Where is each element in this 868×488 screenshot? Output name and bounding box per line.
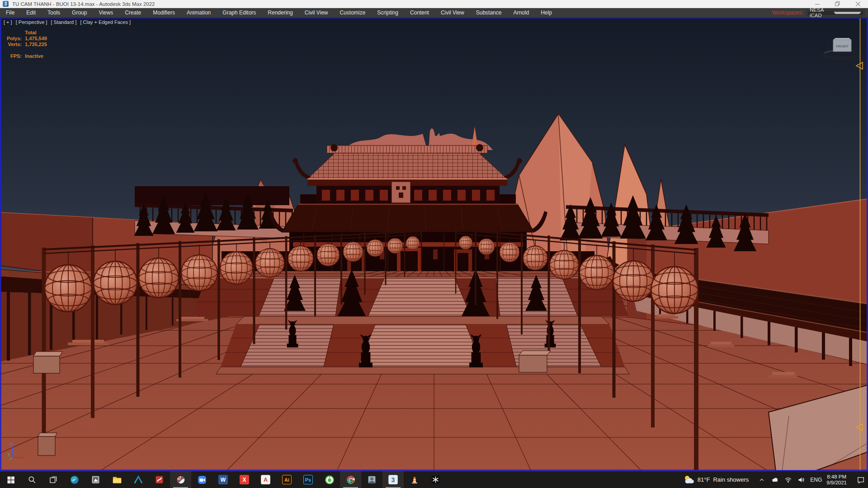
viewport-canvas[interactable]: FRONT z y x [0, 17, 868, 471]
menu-bar: File Edit Tools Group Views Create Modif… [0, 8, 868, 17]
stats-polys-label: Polys: [5, 36, 22, 42]
weather-icon [683, 474, 694, 485]
menu-tools[interactable]: Tools [42, 8, 66, 17]
onedrive-cloud-icon[interactable] [770, 476, 779, 484]
zoom-icon [197, 475, 207, 485]
autocad-icon: A [261, 475, 270, 484]
weather-temperature: 81°F [698, 476, 710, 483]
volume-icon[interactable] [797, 476, 806, 484]
title-bar: 3 TU CAM THANH - BUOI 13-14.max - Autode… [0, 0, 868, 8]
x-app-icon: X [240, 475, 249, 484]
vlc-icon [410, 475, 420, 485]
render-wheel-icon [176, 475, 186, 485]
edge-icon [70, 475, 80, 485]
render-wheel-app-button[interactable] [170, 471, 191, 488]
menu-arnold[interactable]: Arnold [507, 8, 535, 17]
temple-platform-stairs [192, 269, 629, 374]
starburst-app-button[interactable] [425, 471, 446, 488]
3ds-max-button[interactable]: 3 [382, 471, 404, 488]
viewport[interactable]: FRONT z y x [ + ] [ Perspective ] [0, 17, 868, 471]
coccoc-browser-button[interactable] [319, 471, 340, 488]
taskbar-search-button[interactable] [21, 471, 42, 488]
start-button[interactable] [0, 471, 21, 488]
file-explorer-icon [112, 475, 122, 485]
taskbar-clock[interactable]: 8:48 PM 9/9/2021 [826, 474, 847, 486]
windows-taskbar: W X A Ai Ps 3 [0, 471, 868, 488]
chevron-down-icon [834, 12, 861, 14]
task-view-button[interactable] [42, 471, 64, 488]
wifi-icon[interactable] [784, 476, 793, 484]
window-title: TU CAM THANH - BUOI 13-14.max - Autodesk… [12, 1, 155, 7]
sculpt-app-button[interactable] [361, 471, 382, 488]
menu-customize[interactable]: Customize [334, 8, 372, 17]
coccoc-icon [325, 475, 335, 485]
file-explorer-button[interactable] [106, 471, 127, 488]
restore-button[interactable] [827, 0, 848, 8]
stats-fps-value: Inactive [25, 53, 47, 59]
stats-total-header: Total [25, 30, 47, 36]
menu-file[interactable]: File [0, 8, 20, 17]
stats-verts-value: 1,735,225 [25, 42, 47, 47]
viewcube-front-face[interactable]: FRONT [836, 44, 849, 48]
close-button[interactable] [848, 0, 868, 8]
menu-group[interactable]: Group [66, 8, 93, 17]
menu-scripting[interactable]: Scripting [371, 8, 404, 17]
3ds-max-app-icon: 3 [3, 1, 9, 7]
stats-verts-label: Verts: [5, 42, 22, 47]
menu-substance[interactable]: Substance [470, 8, 508, 17]
stats-polys-value: 1,475,549 [25, 36, 47, 42]
sculpt-app-icon [367, 475, 377, 484]
chrome-button[interactable] [340, 471, 361, 488]
red-design-app-button[interactable] [149, 471, 170, 488]
language-indicator[interactable]: ENG [810, 477, 822, 483]
illustrator-icon: Ai [282, 475, 292, 484]
axis-z-label: z [10, 441, 13, 446]
menu-civil-view-2[interactable]: Civil View [435, 8, 470, 17]
workspaces-label: Workspaces: [772, 9, 803, 16]
clock-time: 8:48 PM [826, 474, 847, 480]
weather-widget[interactable]: 81°F Rain showers [683, 474, 749, 485]
photoshop-button[interactable]: Ps [297, 471, 319, 488]
workspace-value: NESA iCAD [810, 7, 834, 18]
photo-viewer-icon [91, 475, 100, 484]
word-button[interactable]: W [212, 471, 234, 488]
red-design-app-icon [155, 475, 164, 484]
edge-button[interactable] [64, 471, 85, 488]
viewport-menu-renderer[interactable]: [ Standard ] [51, 19, 76, 25]
photo-viewer-button[interactable] [85, 471, 106, 488]
minimize-icon [815, 2, 820, 6]
menu-edit[interactable]: Edit [20, 8, 42, 17]
vlc-button[interactable] [404, 471, 425, 488]
menu-content[interactable]: Content [404, 8, 435, 17]
autodesk-icon [133, 475, 143, 485]
autodesk-app-button[interactable] [127, 471, 149, 488]
minimize-button[interactable] [807, 0, 827, 8]
menu-create[interactable]: Create [119, 8, 147, 17]
menu-graph-editors[interactable]: Graph Editors [217, 8, 262, 17]
menu-civil-view[interactable]: Civil View [299, 8, 334, 17]
x-app-button[interactable]: X [234, 471, 255, 488]
workspace-dropdown[interactable]: NESA iCAD [807, 9, 864, 16]
tray-chevron-up-icon[interactable] [758, 476, 766, 484]
3ds-max-window: 3 TU CAM THANH - BUOI 13-14.max - Autode… [0, 0, 868, 488]
word-icon: W [218, 475, 228, 484]
zoom-button[interactable] [191, 471, 212, 488]
menu-rendering[interactable]: Rendering [262, 8, 298, 17]
autocad-button[interactable]: A [255, 471, 276, 488]
menu-modifiers[interactable]: Modifiers [147, 8, 181, 17]
restore-icon [835, 1, 840, 6]
menu-views[interactable]: Views [93, 8, 119, 17]
menu-animation[interactable]: Animation [181, 8, 217, 17]
axis-y-label: y [8, 452, 10, 456]
viewport-label: [ + ] [ Perspective ] [ Standard ] [ Cla… [4, 19, 133, 25]
stats-fps-label: FPS: [5, 53, 22, 59]
menu-help[interactable]: Help [535, 8, 558, 17]
task-view-icon [49, 475, 58, 484]
search-icon [28, 475, 37, 484]
illustrator-button[interactable]: Ai [276, 471, 297, 488]
viewport-menu-pov[interactable]: [ Perspective ] [16, 19, 47, 25]
viewport-menu-shading[interactable]: [ Clay + Edged Faces ] [80, 19, 131, 25]
viewport-menu-general[interactable]: [ + ] [4, 19, 12, 25]
action-center-icon[interactable] [856, 475, 866, 484]
starburst-icon [431, 475, 440, 484]
